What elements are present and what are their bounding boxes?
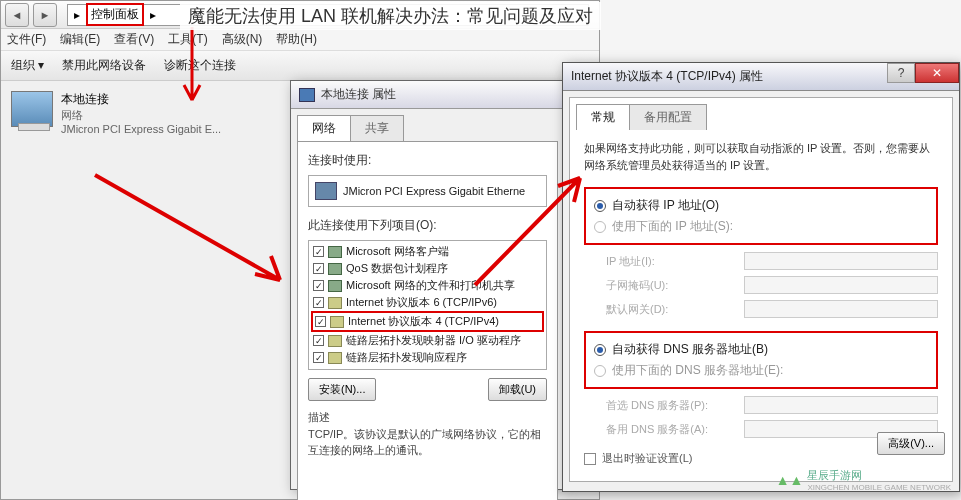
back-button[interactable]: ◄ — [5, 3, 29, 27]
checkbox-icon[interactable]: ✓ — [313, 246, 324, 257]
close-button[interactable]: ✕ — [915, 63, 959, 83]
protocol-icon — [330, 316, 344, 328]
logo-icon: ▲▲ — [776, 472, 804, 488]
adapter-name: JMicron PCI Express Gigabit Etherne — [343, 185, 525, 197]
breadcrumb-sep-icon: ▸ — [74, 8, 80, 22]
items-list: ✓Microsoft 网络客户端 ✓QoS 数据包计划程序 ✓Microsoft… — [308, 240, 547, 370]
advanced-button[interactable]: 高级(V)... — [877, 432, 945, 455]
radio-label: 使用下面的 DNS 服务器地址(E): — [612, 362, 783, 379]
properties-dialog: 本地连接 属性 网络 共享 连接时使用: JMicron PCI Express… — [290, 80, 565, 490]
help-button[interactable]: ? — [887, 63, 915, 83]
tab-network[interactable]: 网络 — [297, 115, 351, 141]
ip-radio-group: 自动获得 IP 地址(O) 使用下面的 IP 地址(S): — [584, 187, 938, 245]
organize-button[interactable]: 组织 ▾ — [11, 57, 44, 74]
dns1-field: 首选 DNS 服务器(P): — [584, 393, 938, 417]
field-label: 子网掩码(U): — [606, 278, 736, 293]
tab-body: 连接时使用: JMicron PCI Express Gigabit Ether… — [297, 141, 558, 500]
list-item-ipv4[interactable]: ✓Internet 协议版本 4 (TCP/IPv4) — [311, 311, 544, 332]
diagnose-button[interactable]: 诊断这个连接 — [164, 57, 236, 74]
menu-bar: 文件(F) 编辑(E) 查看(V) 工具(T) 高级(N) 帮助(H) — [1, 29, 599, 51]
dialog-title-text: 本地连接 属性 — [321, 86, 396, 103]
radio-icon[interactable] — [594, 200, 606, 212]
connect-using-label: 连接时使用: — [308, 152, 547, 169]
tab-share[interactable]: 共享 — [350, 115, 404, 141]
component-icon — [328, 263, 342, 275]
breadcrumb-sep-icon: ▸ — [150, 8, 156, 22]
menu-edit[interactable]: 编辑(E) — [60, 31, 100, 48]
radio-auto-dns[interactable]: 自动获得 DNS 服务器地址(B) — [594, 339, 928, 360]
checkbox-icon[interactable]: ✓ — [313, 352, 324, 363]
radio-label: 自动获得 IP 地址(O) — [612, 197, 719, 214]
radio-manual-dns[interactable]: 使用下面的 DNS 服务器地址(E): — [594, 360, 928, 381]
gateway-field: 默认网关(D): — [584, 297, 938, 321]
list-item[interactable]: ✓QoS 数据包计划程序 — [311, 260, 544, 277]
checkbox-icon[interactable]: ✓ — [313, 263, 324, 274]
list-item[interactable]: ✓Microsoft 网络的文件和打印机共享 — [311, 277, 544, 294]
list-item[interactable]: ✓链路层拓扑发现响应程序 — [311, 349, 544, 366]
ip-address-field: IP 地址(I): — [584, 249, 938, 273]
menu-file[interactable]: 文件(F) — [7, 31, 46, 48]
item-label: Microsoft 网络客户端 — [346, 244, 449, 259]
menu-advanced[interactable]: 高级(N) — [222, 31, 263, 48]
field-label: 默认网关(D): — [606, 302, 736, 317]
item-label: Internet 协议版本 4 (TCP/IPv4) — [348, 314, 499, 329]
list-item[interactable]: ✓Internet 协议版本 6 (TCP/IPv6) — [311, 294, 544, 311]
info-text: 如果网络支持此功能，则可以获取自动指派的 IP 设置。否则，您需要从网络系统管理… — [584, 140, 938, 173]
dialog-titlebar: 本地连接 属性 — [291, 81, 564, 109]
watermark: ▲▲ 星辰手游网 XINGCHEN MOBILE GAME NETWORK — [776, 468, 951, 492]
connection-title: 本地连接 — [61, 91, 221, 108]
protocol-icon — [328, 297, 342, 309]
checkbox-icon[interactable]: ✓ — [313, 280, 324, 291]
connection-item[interactable]: 本地连接 网络 JMicron PCI Express Gigabit E... — [11, 91, 221, 135]
radio-label: 使用下面的 IP 地址(S): — [612, 218, 733, 235]
menu-help[interactable]: 帮助(H) — [276, 31, 317, 48]
checkbox-label: 退出时验证设置(L) — [602, 451, 692, 466]
gateway-input — [744, 300, 938, 318]
description-title: 描述 — [308, 409, 547, 426]
menu-tools[interactable]: 工具(T) — [168, 31, 207, 48]
dialog-body: 常规 备用配置 如果网络支持此功能，则可以获取自动指派的 IP 设置。否则，您需… — [569, 97, 953, 482]
protocol-icon — [328, 335, 342, 347]
checkbox-icon[interactable]: ✓ — [315, 316, 326, 327]
component-icon — [328, 246, 342, 258]
breadcrumb-control-panel[interactable]: 控制面板 — [86, 3, 144, 26]
forward-button[interactable]: ► — [33, 3, 57, 27]
item-label: Microsoft 网络的文件和打印机共享 — [346, 278, 515, 293]
field-label: 备用 DNS 服务器(A): — [606, 422, 736, 437]
field-label: 首选 DNS 服务器(P): — [606, 398, 736, 413]
item-label: Internet 协议版本 6 (TCP/IPv6) — [346, 295, 497, 310]
description-text: TCP/IP。该协议是默认的广域网络协议，它的相互连接的网络上的通讯。 — [308, 426, 547, 459]
menu-view[interactable]: 查看(V) — [114, 31, 154, 48]
item-label: 链路层拓扑发现响应程序 — [346, 350, 467, 365]
dns-radio-group: 自动获得 DNS 服务器地址(B) 使用下面的 DNS 服务器地址(E): — [584, 331, 938, 389]
toolbar: 组织 ▾ 禁用此网络设备 诊断这个连接 — [1, 51, 599, 81]
disable-device-button[interactable]: 禁用此网络设备 — [62, 57, 146, 74]
connection-network: 网络 — [61, 108, 221, 123]
radio-icon[interactable] — [594, 221, 606, 233]
checkbox-icon[interactable]: ✓ — [313, 335, 324, 346]
component-icon — [328, 280, 342, 292]
radio-icon[interactable] — [594, 344, 606, 356]
radio-manual-ip[interactable]: 使用下面的 IP 地址(S): — [594, 216, 928, 237]
network-icon — [299, 88, 315, 102]
checkbox-icon[interactable]: ✓ — [313, 297, 324, 308]
checkbox-icon[interactable] — [584, 453, 596, 465]
article-title: 魔能无法使用 LAN 联机解决办法：常见问题及应对 — [180, 2, 601, 30]
adapter-box: JMicron PCI Express Gigabit Etherne — [308, 175, 547, 207]
connection-adapter: JMicron PCI Express Gigabit E... — [61, 123, 221, 135]
tab-alternate[interactable]: 备用配置 — [629, 104, 707, 130]
ip-input — [744, 252, 938, 270]
radio-auto-ip[interactable]: 自动获得 IP 地址(O) — [594, 195, 928, 216]
list-item[interactable]: ✓链路层拓扑发现映射器 I/O 驱动程序 — [311, 332, 544, 349]
button-row: 安装(N)... 卸载(U) — [308, 378, 547, 401]
items-label: 此连接使用下列项目(O): — [308, 217, 547, 234]
radio-icon[interactable] — [594, 365, 606, 377]
tab-general[interactable]: 常规 — [576, 104, 630, 130]
tabs: 网络 共享 — [297, 115, 558, 141]
item-label: 链路层拓扑发现映射器 I/O 驱动程序 — [346, 333, 521, 348]
install-button[interactable]: 安装(N)... — [308, 378, 376, 401]
watermark-subtext: XINGCHEN MOBILE GAME NETWORK — [807, 483, 951, 492]
subnet-input — [744, 276, 938, 294]
uninstall-button[interactable]: 卸载(U) — [488, 378, 547, 401]
list-item[interactable]: ✓Microsoft 网络客户端 — [311, 243, 544, 260]
